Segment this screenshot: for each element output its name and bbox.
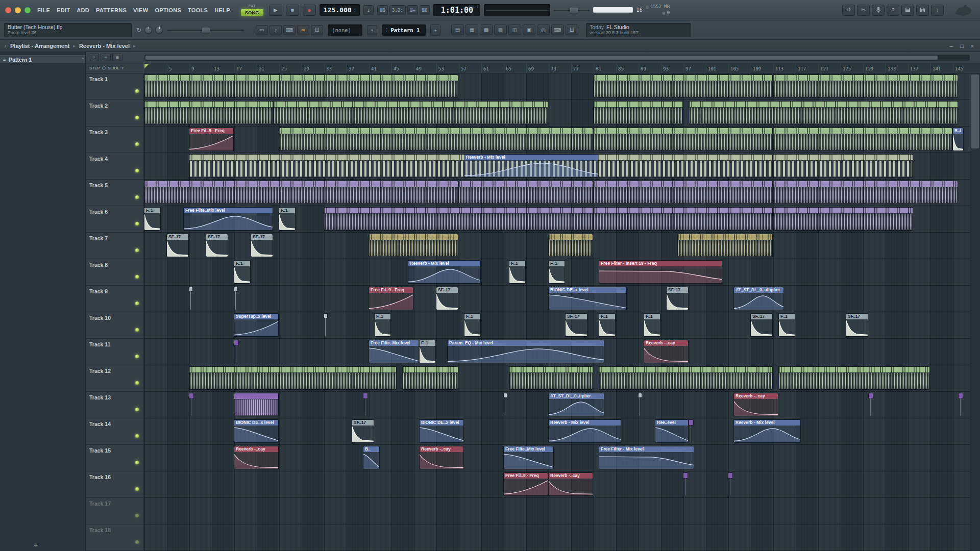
record-button[interactable]: ● (303, 5, 316, 16)
time-display[interactable]: 1:01:00 B:S:T (433, 4, 480, 16)
clip-f-1[interactable]: F..1 (599, 314, 615, 336)
keys-window-icon[interactable]: Ш (566, 24, 578, 35)
menu-view[interactable]: VIEW (133, 7, 148, 13)
clip[interactable] (279, 128, 593, 151)
clip[interactable] (639, 393, 643, 416)
clip[interactable] (599, 367, 772, 389)
clip[interactable] (594, 102, 682, 124)
menu-edit[interactable]: EDIT (57, 7, 70, 13)
clip-free-filter-mix-level[interactable]: Free Filter - Mix level (599, 446, 694, 469)
breadcrumb-playlist[interactable]: Playlist - Arrangement (10, 43, 69, 49)
clip-reeverb-cay[interactable]: Reeverb -..cay (234, 446, 278, 469)
clip-supertap-x-level[interactable]: SuperTap..x level (234, 314, 278, 336)
tempo-display[interactable]: 125.000 ▴▾ (320, 4, 360, 16)
clip-sf-17[interactable]: SF..17 (352, 420, 374, 442)
clip[interactable] (594, 155, 772, 177)
hscroll-thumb[interactable] (145, 56, 938, 60)
vscroll-thumb[interactable] (971, 74, 979, 148)
track-lane[interactable]: BIONIC DE..x levelSF..17BIONIC DE..x lev… (144, 418, 970, 445)
menu-tools[interactable]: TOOLS (188, 7, 208, 13)
clip[interactable] (773, 128, 952, 151)
track-lane[interactable] (144, 180, 970, 206)
vertical-scrollbar[interactable] (970, 73, 980, 551)
track-header[interactable]: Track 10 (86, 312, 143, 339)
clip-f-1[interactable]: F..1 (144, 208, 160, 230)
track-mute-led[interactable] (135, 302, 139, 305)
clip-f-1[interactable]: F..1 (420, 340, 435, 363)
clip-f-1[interactable]: F..1 (464, 314, 480, 336)
track-header[interactable]: Track 18 (86, 524, 143, 551)
clip[interactable] (773, 75, 958, 97)
clip-free-filte-mix-level[interactable]: Free Filte..Mix level (184, 208, 273, 230)
clip[interactable] (773, 155, 913, 177)
track-mute-led[interactable] (135, 540, 139, 544)
track-mute-led[interactable] (135, 222, 139, 226)
main-volume-knob[interactable] (144, 26, 152, 34)
microphone-icon[interactable] (872, 5, 885, 16)
keyboard-b-icon[interactable]: Ш0 (420, 5, 430, 15)
slide-label[interactable]: SLIDE (108, 66, 120, 70)
clip[interactable] (689, 102, 958, 124)
clip-f-1[interactable]: F..1 (644, 314, 660, 336)
clip-at-st-dl-0-ultiplier[interactable]: AT_ST_DL_0..ultiplier (734, 287, 783, 310)
track-mute-led[interactable] (135, 408, 139, 411)
track-mute-led[interactable] (135, 169, 139, 172)
clip-free-fil-9-freq[interactable]: Free Fil..9 - Freq (504, 473, 548, 495)
track-lane[interactable]: Free Filte..Mix levelF..1Param. EQ - Mix… (144, 339, 970, 365)
clip[interactable] (189, 393, 193, 416)
track-lane[interactable]: Free Fil..9 - FreqReeverb -..cay (144, 471, 970, 498)
track-lane[interactable]: Reeverb -..cayB..Reeverb -..cayFree Filt… (144, 445, 970, 471)
clip-sf-17[interactable]: SF..17 (206, 234, 228, 257)
step-toggle-icon[interactable] (102, 66, 106, 70)
menu-add[interactable]: ADD (77, 7, 89, 13)
focused-selector[interactable]: (none) (328, 24, 362, 36)
track-lane[interactable]: AT_ST_DL_0..tiplierReeverb -..cay (144, 392, 970, 418)
breadcrumb-selection[interactable]: Reeverb - Mix level (79, 43, 130, 49)
swap-tool-icon[interactable]: ⇄ (89, 54, 99, 61)
main-volume-slider[interactable] (554, 7, 590, 13)
help-icon[interactable]: ? (887, 5, 899, 16)
clip[interactable] (869, 393, 873, 416)
export-icon[interactable] (916, 5, 929, 16)
minimize-button[interactable] (15, 7, 21, 13)
clip-bionic-de-x-level[interactable]: BIONIC DE..x level (420, 420, 463, 442)
main-pitch-knob[interactable] (155, 26, 163, 34)
track-mute-led[interactable] (135, 89, 139, 93)
clip[interactable] (274, 102, 548, 124)
slide-dropdown-icon[interactable]: ▾ (121, 66, 124, 70)
punch-icon[interactable]: ↥ (363, 5, 374, 15)
tempo-down-icon[interactable]: ▾ (354, 10, 356, 13)
track-header[interactable]: Track 16 (86, 471, 143, 498)
track-mute-led[interactable] (135, 434, 139, 438)
clip-free-filte-mix-level[interactable]: Free Filte..Mix level (504, 446, 553, 469)
clip-sf-17[interactable]: SF..17 (251, 234, 273, 257)
menu-patterns[interactable]: PATTERNS (96, 7, 127, 13)
track-lane[interactable]: F..1Free Filte..Mix levelF..1 (144, 206, 970, 233)
countdown-icon[interactable]: 3.2: (389, 5, 406, 15)
track-mute-led[interactable] (135, 514, 139, 517)
clip[interactable] (144, 75, 458, 97)
clip[interactable] (234, 287, 238, 310)
track-header[interactable]: Track 3 (86, 127, 143, 153)
master-pitch-slider[interactable] (167, 27, 244, 33)
keyboard-plus-icon[interactable]: Ш+ (407, 5, 418, 15)
clip[interactable] (594, 128, 772, 151)
menu-help[interactable]: HELP (214, 7, 230, 13)
clip[interactable] (549, 234, 593, 257)
clip[interactable] (363, 393, 368, 416)
track-lane[interactable] (144, 73, 970, 100)
volume-slider-thumb[interactable] (570, 8, 578, 13)
clip-free-fil-9-freq[interactable]: Free Fil..9 - Freq (369, 287, 413, 310)
track-header[interactable]: Track 7 (86, 233, 143, 259)
browser-window-icon[interactable]: ◫ (508, 24, 521, 35)
clip-f-1[interactable]: F..1 (509, 261, 525, 283)
pat-song-toggle[interactable]: PAT SONG (241, 4, 263, 16)
piano-roll-window-icon[interactable]: ▦ (465, 24, 478, 35)
piano-keyboard-icon[interactable]: Ш (311, 25, 323, 35)
metronome-icon[interactable]: ♪ (270, 25, 282, 35)
track-header[interactable]: Track 15 (86, 445, 143, 471)
touch-keyboard-icon[interactable]: ⌨ (551, 24, 564, 35)
playlist-titlebar[interactable]: ♪ Playlist - Arrangement ▸ Reeverb - Mix… (0, 40, 980, 52)
clip[interactable] (509, 367, 593, 389)
channel-rack-window-icon[interactable]: ▩ (480, 24, 493, 35)
